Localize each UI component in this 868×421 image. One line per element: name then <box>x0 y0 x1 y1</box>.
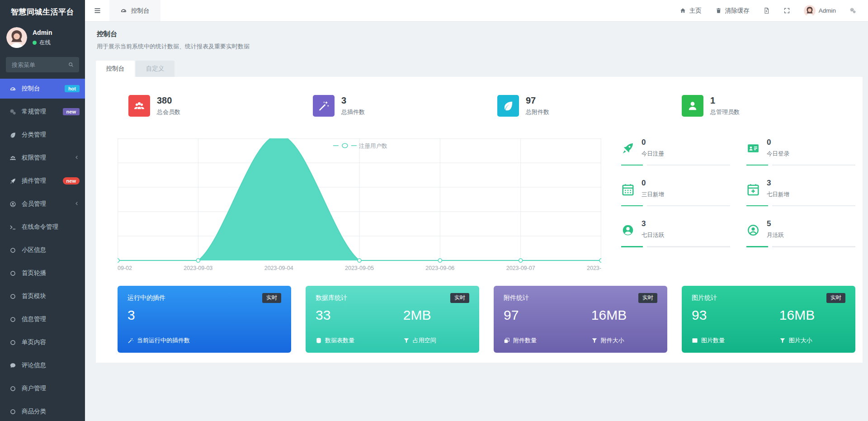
filter-icon <box>403 337 410 344</box>
settings-button[interactable] <box>849 7 856 14</box>
sidebar-item-4[interactable]: 插件管理new <box>0 171 85 191</box>
page-title: 控制台 <box>97 30 856 38</box>
filter-icon <box>779 337 786 344</box>
chevron-left-icon <box>74 201 80 208</box>
user-menu[interactable]: Admin <box>804 5 836 17</box>
menu-badge: new <box>63 108 80 115</box>
sidebar-item-label: 评论信息 <box>22 361 46 369</box>
sidebar-item-7[interactable]: 小区信息 <box>0 240 85 260</box>
mini-stat-label: 月活跃 <box>767 232 784 239</box>
sidebar-menu: 控制台hot常规管理new分类管理权限管理插件管理new会员管理在线命令管理小区… <box>0 79 85 421</box>
sidebar-item-label: 分类管理 <box>22 131 46 139</box>
stat-tile-3: 1总管理员数 <box>671 95 855 117</box>
magic-wand-icon <box>318 100 330 112</box>
sidebar-item-12[interactable]: 评论信息 <box>0 355 85 375</box>
topbar-tab-label: 控制台 <box>131 7 150 15</box>
sidebar: 智慧同城生活平台 Admin 在线 控制台hot常规管理new分类管理权限管理插… <box>0 0 85 421</box>
search-input[interactable] <box>11 61 68 69</box>
sidebar-item-9[interactable]: 首页模块 <box>0 286 85 306</box>
circle-o-icon <box>8 247 17 254</box>
card-footer-right: 附件大小 <box>601 336 624 345</box>
svg-text:2023-09-04: 2023-09-04 <box>264 265 293 271</box>
stat-tile-0: 380总会员数 <box>118 95 302 117</box>
area-chart-svg: 注册用户数2023-09-022023-09-032023-09-042023-… <box>118 138 601 274</box>
app-title: 智慧同城生活平台 <box>0 0 85 24</box>
terminal-icon <box>8 224 17 231</box>
leaf-icon <box>502 100 514 112</box>
rocket-icon <box>8 178 17 184</box>
sidebar-item-label: 控制台 <box>22 85 40 93</box>
sidebar-item-6[interactable]: 在线命令管理 <box>0 217 85 237</box>
summary-card-2: 附件统计实时9716MB附件数量附件大小 <box>494 286 667 353</box>
sidebar-item-5[interactable]: 会员管理 <box>0 194 85 214</box>
sidebar-item-label: 单页内容 <box>22 338 46 346</box>
card-title: 图片统计 <box>692 294 717 302</box>
card-value-2: 16MB <box>591 307 657 323</box>
users-group-icon <box>133 100 145 112</box>
home-icon <box>679 7 686 14</box>
sidebar-item-0[interactable]: 控制台hot <box>0 79 85 99</box>
tab-custom[interactable]: 自定义 <box>136 61 175 77</box>
dashboard-panel: 380总会员数3总插件数97总附件数1总管理员数 注册用户数2023-09-02… <box>96 77 863 363</box>
main-area: 控制台 主页 清除缓存 Admin <box>85 0 868 421</box>
mini-stat-5: 5月活跃 <box>746 220 855 247</box>
card-footer-left: 图片数量 <box>701 336 725 345</box>
mini-stat-label: 今日注册 <box>642 150 664 158</box>
mini-stat-rule <box>746 246 855 247</box>
topbar-tab-dashboard[interactable]: 控制台 <box>109 0 160 21</box>
sidebar-item-3[interactable]: 权限管理 <box>0 148 85 168</box>
calendar-plus-icon <box>746 180 760 199</box>
svg-text:2023-09-06: 2023-09-06 <box>425 265 454 271</box>
sidebar-toggle-button[interactable] <box>85 0 109 21</box>
copy-icon <box>504 337 510 344</box>
sidebar-item-label: 插件管理 <box>22 177 46 185</box>
mini-stat-rule <box>621 246 730 247</box>
home-button[interactable]: 主页 <box>679 7 702 15</box>
sidebar-item-1[interactable]: 常规管理new <box>0 102 85 122</box>
language-button[interactable] <box>763 7 770 14</box>
avatar <box>6 27 27 48</box>
realtime-badge: 实时 <box>262 293 281 303</box>
mini-stats-grid: 0今日注册0今日登录0三日新增3七日新增3七日活跃5月活跃 <box>621 138 855 274</box>
search-icon[interactable] <box>68 61 74 68</box>
circle-o-icon <box>8 293 17 300</box>
card-footer-right: 占用空间 <box>413 336 436 345</box>
registered-users-chart[interactable]: 注册用户数2023-09-022023-09-032023-09-042023-… <box>118 138 601 274</box>
card-footer-left: 附件数量 <box>513 336 537 345</box>
user-solid-circle-icon <box>621 221 635 239</box>
sidebar-item-11[interactable]: 单页内容 <box>0 332 85 352</box>
sidebar-item-label: 权限管理 <box>22 154 46 162</box>
stat-icon-box <box>682 95 703 117</box>
fullscreen-button[interactable] <box>783 7 790 14</box>
content-tabs: 控制台 自定义 <box>96 61 868 77</box>
card-footer-left: 当前运行中的插件数 <box>137 336 190 345</box>
user-name: Admin <box>33 29 52 36</box>
clear-cache-button[interactable]: 清除缓存 <box>715 7 750 15</box>
stat-icon-box <box>313 95 335 117</box>
tab-dashboard[interactable]: 控制台 <box>96 61 135 77</box>
sidebar-item-label: 信息管理 <box>22 315 46 323</box>
stat-value: 3 <box>341 96 365 105</box>
sidebar-item-14[interactable]: 商品分类 <box>0 402 85 421</box>
gears-icon <box>8 109 17 115</box>
sidebar-item-8[interactable]: 首页轮播 <box>0 263 85 283</box>
mini-stat-label: 七日活跃 <box>642 232 664 239</box>
mini-stat-3: 3七日新增 <box>746 179 855 206</box>
dashboard-icon <box>120 7 127 14</box>
mini-stat-value: 3 <box>642 220 664 228</box>
user-status-label: 在线 <box>39 39 51 47</box>
card-title: 附件统计 <box>504 294 529 302</box>
summary-cards-row: 运行中的插件实时3当前运行中的插件数数据库统计实时332MB数据表数量占用空间附… <box>118 286 855 353</box>
comment-icon <box>8 362 17 369</box>
sidebar-item-10[interactable]: 信息管理 <box>0 309 85 329</box>
dashboard-icon <box>8 85 17 92</box>
sidebar-item-2[interactable]: 分类管理 <box>0 125 85 145</box>
rocket-icon <box>621 139 635 158</box>
gears-icon <box>849 7 856 14</box>
stat-value: 97 <box>526 96 549 105</box>
summary-card-3: 图片统计实时9316MB图片数量图片大小 <box>682 286 855 353</box>
card-title: 数据库统计 <box>316 294 347 302</box>
stat-tile-2: 97总附件数 <box>486 95 671 117</box>
stat-value: 380 <box>157 96 180 105</box>
sidebar-item-13[interactable]: 商户管理 <box>0 378 85 398</box>
